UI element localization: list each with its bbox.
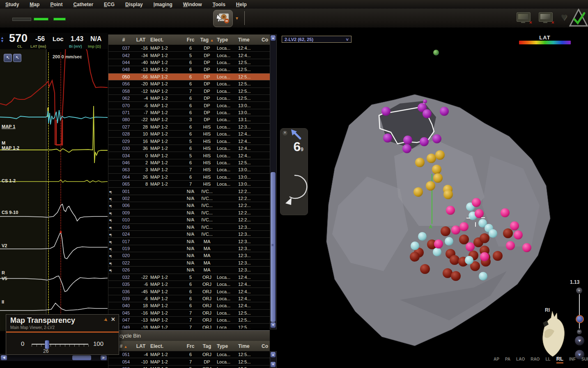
map-point-purple[interactable] <box>423 99 427 104</box>
table-row-047[interactable]: 047-13MAP 1-27ORJLoca...12:5... <box>108 317 270 324</box>
map-monitor-icon[interactable]: ✕ <box>517 12 531 24</box>
table-row-059[interactable]: 059-11MAP 1-25ORJLoca...12:5... <box>108 366 270 368</box>
close-icon[interactable]: ✕ <box>111 316 115 322</box>
map-point-pink[interactable] <box>466 242 475 251</box>
map-point-pink[interactable] <box>514 230 523 239</box>
column-header-type[interactable]: Type <box>217 343 238 349</box>
map-point-pink[interactable] <box>459 222 469 231</box>
map-point-cyan[interactable] <box>433 248 441 256</box>
column-header-lat[interactable]: LAT <box>131 37 150 43</box>
table-row-024[interactable]: ♥)024N/AIVC...12:3... <box>108 231 270 238</box>
table-row-009[interactable]: ♥)009N/AIVC...12:2... <box>108 209 270 216</box>
column-header-frc[interactable]: Frc <box>184 343 197 349</box>
map-point-pink[interactable] <box>446 206 455 215</box>
table-row-054[interactable]: 054-10MAP 1-27DPLoca...12:5... <box>108 358 270 365</box>
map-point-yellow[interactable] <box>415 158 425 167</box>
table-row-035[interactable]: 035-6MAP 1-26ORJLoca...12:4... <box>108 281 270 288</box>
rotation-widget[interactable]: ✕ 69 <box>280 128 308 215</box>
orientation-rao[interactable]: RAO <box>531 357 540 361</box>
map-point-cyan[interactable] <box>445 237 453 246</box>
table-row-026[interactable]: ♥)026N/AMA12:3... <box>108 267 270 274</box>
map-point-pink[interactable] <box>475 209 484 218</box>
table-row-048[interactable]: 048-13MAP 1-26DPLoca...12:5... <box>108 66 270 73</box>
scroll-down-button[interactable]: ▼ <box>271 362 276 367</box>
column-header-lat[interactable]: LAT <box>131 343 150 349</box>
menu-item-catheter[interactable]: Catheter <box>68 0 99 9</box>
column-header-elect[interactable]: Elect. <box>150 37 184 43</box>
map-point-cyan[interactable] <box>465 256 473 264</box>
menu-item-map[interactable]: Map <box>24 0 45 9</box>
menu-item-study[interactable]: Study <box>0 0 24 9</box>
orientation-sup[interactable]: SUP <box>581 357 588 361</box>
table-row-020[interactable]: ♥)020N/AMA12:3... <box>108 252 270 259</box>
recycle-bin-header[interactable]: # ▲LATElect.FrcTagTypeTimeCo <box>108 341 270 352</box>
recycle-vertical-scrollbar[interactable]: ▲ ▼ <box>270 351 277 368</box>
table-row-001[interactable]: ♥)001N/AIVC...12:2... <box>108 188 270 195</box>
map-point-yellow[interactable] <box>433 173 443 183</box>
map-point-cyan[interactable] <box>418 232 427 241</box>
column-header-tag[interactable]: Tag ▲ <box>197 37 217 43</box>
stat-spinner-icon[interactable]: ▲▼ <box>0 36 4 43</box>
map-point-pink[interactable] <box>522 243 531 252</box>
table-row-016[interactable]: ♥)016N/AIVC...12:3... <box>108 224 270 231</box>
table-row-063[interactable]: 0633MAP 1-27HISLoca...13:0... <box>108 166 270 173</box>
table-row-065[interactable]: 0658MAP 1-27HISLoca...13:0... <box>108 181 270 188</box>
table-row-030[interactable]: 03036MAP 1-26HISLoca...12:4... <box>108 145 270 152</box>
points-vertical-scrollbar[interactable]: ▲ ▼ <box>270 34 277 329</box>
orientation-rl[interactable]: RL <box>556 356 563 363</box>
map-point-yellow[interactable] <box>413 187 423 197</box>
map-point-darkred[interactable] <box>441 226 450 236</box>
map-point-darkred[interactable] <box>410 252 420 262</box>
table-row-034[interactable]: 0340MAP 1-25HISLoca...12:4... <box>108 152 270 159</box>
menu-item-imaging[interactable]: Imaging <box>148 0 178 9</box>
table-row-080[interactable]: 080-22MAP 1-23DPLoca...13:1... <box>108 116 270 123</box>
map-point-yellow[interactable] <box>426 181 435 191</box>
menu-item-ecg[interactable]: ECG <box>99 0 120 9</box>
map-point-pink[interactable] <box>510 221 519 230</box>
table-row-040[interactable]: 04018MAP 1-26ORJLoca...12:4... <box>108 302 270 309</box>
menu-item-tools[interactable]: Tools <box>207 0 231 9</box>
map-point-purple[interactable] <box>432 134 441 143</box>
orientation-ap[interactable]: AP <box>494 357 499 361</box>
column-header-type[interactable]: Type <box>217 37 238 43</box>
table-row-049[interactable]: 049-18MAP 1-27ORJLoca...12:5... <box>108 324 270 329</box>
table-row-062[interactable]: 062-4MAP 1-26DPLoca...12:5... <box>108 95 270 102</box>
table-row-022[interactable]: ♥)022N/AMA12:3... <box>108 260 270 267</box>
zoom-slider-track[interactable] <box>579 294 580 329</box>
map-point-pink[interactable] <box>451 225 460 235</box>
zoom-in-button[interactable]: + <box>576 288 582 294</box>
map-point-purple[interactable] <box>423 109 432 118</box>
hscroll-thumb[interactable] <box>72 355 91 360</box>
orientation-inf[interactable]: INF <box>569 357 576 361</box>
transparency-slider-thumb[interactable] <box>45 340 49 349</box>
map-point-pink[interactable] <box>480 252 489 261</box>
table-row-042[interactable]: 042-34MAP 1-25DPLoca...12:4... <box>108 52 270 59</box>
table-row-064[interactable]: 06426MAP 1-26HISLoca...13:0... <box>108 174 270 181</box>
table-row-010[interactable]: ♥)010N/AIVC...12:2... <box>108 216 270 223</box>
scroll-up-button[interactable]: ▲ <box>271 352 276 357</box>
table-row-032[interactable]: 032-22MAP 1-25ORJLoca...12:4... <box>108 274 270 281</box>
scroll-left-button[interactable]: ◀ <box>1 355 7 360</box>
table-row-036[interactable]: 036-45MAP 1-26ORJLoca...12:4... <box>108 288 270 295</box>
vscroll-thumb[interactable] <box>271 172 276 322</box>
column-header-num[interactable]: # <box>116 37 131 43</box>
map-point-pink[interactable] <box>501 208 510 217</box>
table-row-058[interactable]: 058-12MAP 1-27DPLoca...12:5... <box>108 88 270 95</box>
menu-item-point[interactable]: Point <box>45 0 68 9</box>
table-row-029[interactable]: 02916MAP 1-25HISLoca...12:4... <box>108 138 270 145</box>
zoom-slider-thumb[interactable] <box>576 315 584 323</box>
snapshot-dropdown-chevron-icon[interactable]: ▼ <box>235 16 239 21</box>
table-row-017[interactable]: ♥)017N/AMA12:3... <box>108 238 270 245</box>
map-point-yellow[interactable] <box>427 154 436 163</box>
column-header-elect[interactable]: Elect. <box>150 343 184 349</box>
table-row-056[interactable]: 056-20MAP 1-26DPLoca...12:5... <box>108 80 270 87</box>
table-row-050[interactable]: 050-56MAP 1-26DPLoca...12:5... <box>108 74 270 80</box>
map-point-darkred[interactable] <box>480 233 489 243</box>
map-point-purple[interactable] <box>383 133 392 143</box>
table-row-039[interactable]: 039-6MAP 1-26ORJLoca...12:4... <box>108 295 270 302</box>
image-monitor-icon[interactable]: ✕ <box>539 12 554 24</box>
orientation-ll[interactable]: LL <box>545 357 550 361</box>
map-point-darkred[interactable] <box>503 228 513 238</box>
table-row-037[interactable]: 037-16MAP 1-26DPLoca...12:4... <box>108 45 270 52</box>
table-row-019[interactable]: ♥)019N/AMA12:3... <box>108 245 270 252</box>
